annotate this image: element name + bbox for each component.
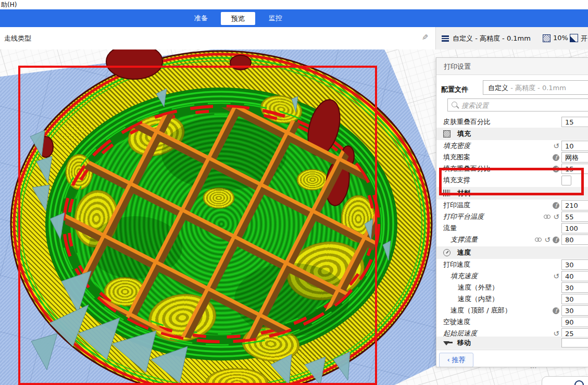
search-input[interactable]: 搜索设置: [447, 98, 588, 111]
setting-value-input[interactable]: 30: [561, 259, 588, 270]
search-placeholder: 搜索设置: [461, 101, 489, 110]
profile-summary-text[interactable]: 自定义 - 高精度 - 0.1mm: [453, 34, 531, 43]
setting-value-input[interactable]: 55: [561, 212, 588, 222]
panel-resize-grip[interactable]: ⋯: [522, 364, 545, 371]
setting-value-input[interactable]: 40: [561, 271, 588, 281]
setting-value-input[interactable]: 90: [561, 317, 588, 327]
setting-row[interactable]: 速度（内壁） 30: [436, 293, 588, 305]
info-icon[interactable]: f: [553, 154, 559, 161]
setting-label: 打印速度: [443, 259, 470, 270]
setting-row[interactable]: 速度（外壁） 30: [436, 282, 588, 293]
setting-value: 80: [565, 236, 574, 244]
section-speed[interactable]: 速度: [436, 246, 588, 259]
setting-row[interactable]: 填充速度 ↺ 40: [436, 270, 588, 282]
link-icon[interactable]: [544, 214, 551, 220]
panel-title: 打印设置: [436, 58, 588, 75]
setting-label: 填充图案: [443, 152, 470, 163]
color-scheme-selector[interactable]: 走线类型: [4, 34, 31, 43]
section-label: 速度: [457, 246, 471, 259]
setting-value-input[interactable]: 30: [561, 294, 588, 304]
profile-dropdown[interactable]: 自定义 - 高精度 - 0.1mm: [483, 80, 588, 95]
setting-label: 打印温度: [443, 200, 470, 211]
setting-value: 90: [565, 318, 574, 326]
setting-value-input-partial[interactable]: [561, 338, 588, 347]
setting-label: 速度（内壁）: [458, 293, 498, 305]
search-icon: [452, 102, 457, 107]
setting-row[interactable]: 填充密度 ↺ 10: [436, 140, 588, 152]
setting-label: 填充速度: [451, 270, 478, 282]
infill-percent-text[interactable]: 10%: [553, 34, 568, 42]
grid-infill-structure: [65, 107, 378, 341]
setting-row[interactable]: 打印平台温度 ↺ 55: [436, 211, 588, 222]
section-infill[interactable]: 填充: [436, 128, 588, 140]
setting-row[interactable]: 支撑流量 ↺f 80: [436, 234, 588, 245]
chevron-left-icon: ‹: [447, 356, 449, 364]
speed-section-icon: [443, 249, 451, 256]
recommended-button[interactable]: ‹推荐: [439, 353, 473, 367]
circle-icon: [574, 380, 584, 385]
info-icon[interactable]: f: [553, 202, 559, 209]
setting-label: 流量: [443, 222, 457, 234]
print-setup-summary[interactable]: 自定义 - 高精度 - 0.1mm 10% 开: [436, 27, 588, 49]
section-label: 填充: [457, 128, 471, 140]
setting-label: 皮肤重叠百分比: [443, 116, 491, 128]
setting-row[interactable]: 皮肤重叠百分比 15: [436, 116, 588, 128]
link-icon[interactable]: [535, 237, 542, 243]
travel-section-icon: [443, 341, 449, 345]
setting-value-dropdown[interactable]: 网格: [561, 152, 588, 163]
setting-label: 支撑流量: [451, 234, 478, 245]
setting-value: 30: [565, 295, 574, 303]
profile-value-sub: - 高精度 - 0.1mm: [508, 84, 566, 92]
menu-bar: 助(H): [0, 0, 588, 9]
setting-value: 40: [565, 272, 574, 280]
setting-value: 网格: [565, 154, 579, 162]
setting-row[interactable]: 打印速度 30: [436, 259, 588, 270]
support-icon: [570, 34, 578, 42]
menu-item-help[interactable]: 助(H): [1, 1, 17, 9]
setting-row[interactable]: 空驶速度 90: [436, 316, 588, 328]
infill-section-icon: [443, 130, 451, 138]
setting-value-input[interactable]: 80: [561, 234, 588, 245]
section-label: 移动: [457, 337, 471, 349]
setting-row[interactable]: 填充图案 f 网格: [436, 152, 588, 163]
pencil-icon[interactable]: ✎: [422, 33, 429, 42]
setting-value-input[interactable]: 210: [561, 200, 588, 210]
reset-icon[interactable]: ↺: [544, 234, 551, 245]
view-toolbar: 走线类型 ✎ 自定义 - 高精度 - 0.1mm 10% 开: [0, 27, 588, 50]
bottom-right-popup-partial: [542, 376, 588, 385]
setting-row[interactable]: 打印温度 f 210: [436, 200, 588, 211]
tab-monitor[interactable]: 监控: [261, 9, 290, 27]
setting-row[interactable]: 流量 100: [436, 222, 588, 234]
reset-icon[interactable]: ↺: [553, 140, 559, 152]
recommended-label: 推荐: [452, 356, 466, 364]
setting-label: 速度（顶部 / 底部）: [451, 305, 511, 316]
setting-value-input[interactable]: 100: [561, 223, 588, 233]
tab-prepare[interactable]: 准备: [186, 9, 216, 27]
setting-value: 55: [565, 213, 574, 221]
info-icon[interactable]: f: [553, 307, 559, 314]
print-settings-panel: 打印设置 配置文件 自定义 - 高精度 - 0.1mm 搜索设置 皮肤重叠百分比…: [436, 57, 588, 367]
setting-value: 30: [565, 261, 574, 269]
info-icon[interactable]: f: [553, 237, 559, 243]
setting-value: 15: [565, 118, 574, 126]
annotation-rect-setting: [439, 168, 584, 195]
stage-bar: 准备 预览 监控: [0, 9, 588, 27]
setting-value: 100: [565, 225, 578, 232]
custom-profile-icon: [442, 35, 449, 42]
setting-value: 210: [565, 202, 578, 209]
support-state-text[interactable]: 开: [581, 34, 587, 43]
setting-value-input[interactable]: 30: [561, 305, 588, 316]
setting-label: 速度（外壁）: [458, 282, 498, 293]
setting-value-input[interactable]: 30: [561, 282, 588, 293]
setting-value: 30: [565, 284, 574, 292]
setting-label: 空驶速度: [443, 316, 470, 328]
panel-divider: [436, 350, 588, 350]
setting-value-input[interactable]: 15: [561, 117, 588, 127]
reset-icon[interactable]: ↺: [553, 211, 559, 222]
infill-icon: [543, 34, 551, 42]
tab-preview[interactable]: 预览: [221, 12, 255, 25]
setting-row[interactable]: 速度（顶部 / 底部） f 30: [436, 305, 588, 316]
setting-value-input[interactable]: 10: [561, 141, 588, 151]
reset-icon[interactable]: ↺: [553, 270, 559, 282]
profile-label: 配置文件: [441, 85, 468, 94]
